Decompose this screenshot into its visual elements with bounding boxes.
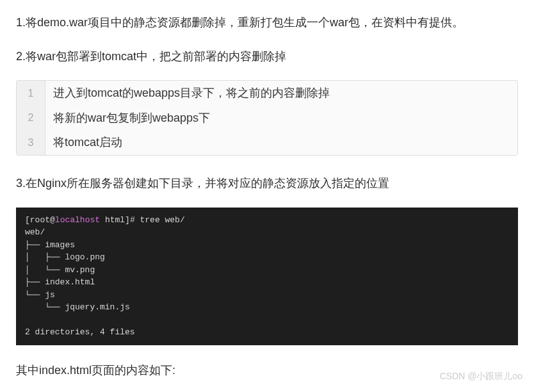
prompt-open: [ (25, 215, 30, 225)
line-number: 1 (17, 81, 45, 106)
code-line: 2 将新的war包复制到webapps下 (17, 106, 517, 131)
code-line: 3 将tomcat启动 (17, 130, 517, 155)
paragraph-2: 2.将war包部署到tomcat中，把之前部署的内容删除掉 (16, 47, 518, 67)
terminal-tree: web/ ├── images │ ├── logo.png │ └── mv.… (25, 227, 135, 337)
paragraph-1: 1.将demo.war项目中的静态资源都删除掉，重新打包生成一个war包，在资料… (16, 13, 518, 33)
terminal-space (100, 215, 105, 225)
paragraph-3: 3.在Nginx所在服务器创建如下目录，并将对应的静态资源放入指定的位置 (16, 174, 518, 193)
code-line: 1 进入到tomcat的webapps目录下，将之前的内容删除掉 (17, 81, 517, 106)
line-number: 2 (17, 106, 45, 131)
terminal-at: @ (50, 215, 55, 225)
terminal-output: [root@localhost html]# tree web/ web/ ├─… (16, 208, 518, 345)
prompt-close: ]# (125, 215, 140, 225)
line-content: 进入到tomcat的webapps目录下，将之前的内容删除掉 (45, 81, 337, 106)
code-block: 1 进入到tomcat的webapps目录下，将之前的内容删除掉 2 将新的wa… (16, 80, 518, 156)
watermark: CSDN @小跟班儿oo (440, 369, 522, 384)
terminal-path: html (105, 215, 125, 225)
terminal-user: root (30, 215, 50, 225)
terminal-host: localhost (55, 215, 100, 225)
line-content: 将tomcat启动 (45, 130, 130, 155)
line-number: 3 (17, 130, 45, 155)
terminal-command: tree web/ (140, 215, 185, 225)
line-content: 将新的war包复制到webapps下 (45, 106, 218, 131)
